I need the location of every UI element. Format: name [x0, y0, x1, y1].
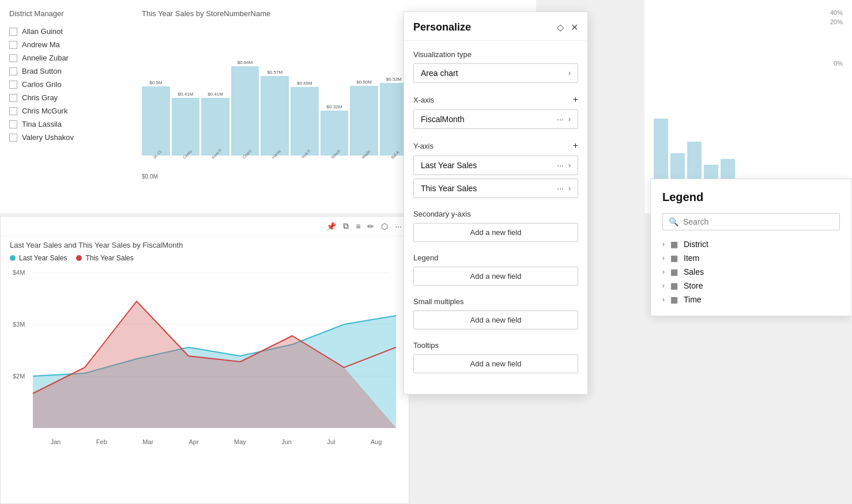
district-checkbox[interactable] [9, 41, 17, 49]
bar-column: $0.64M Charri [231, 60, 259, 161]
district-checkbox[interactable] [9, 54, 17, 62]
x-axis-label-item: Jul [327, 438, 335, 445]
close-icon[interactable]: ✕ [571, 22, 578, 33]
legend-search-box[interactable]: 🔍 [662, 213, 840, 230]
search-input[interactable] [683, 217, 834, 226]
expand-icon[interactable]: ⬡ [381, 222, 388, 231]
district-item-label: Carlos Grilo [22, 80, 62, 89]
tooltips-add-field-btn[interactable]: Add a new field [413, 354, 578, 373]
personalize-body: Visualization type Area chart › X-axis +… [404, 41, 587, 394]
district-item-label: Tina Lassila [22, 120, 62, 128]
tooltips-placeholder: Add a new field [470, 359, 522, 368]
reset-icon[interactable]: ◇ [557, 22, 564, 33]
viz-type-button[interactable]: Area chart › [413, 63, 578, 83]
legend-last-year: Last Year Sales [10, 254, 67, 262]
personalize-title: Personalize [413, 21, 471, 33]
area-chart-title: Last Year Sales and This Year Sales by F… [1, 236, 409, 252]
y-axis-section: Y-axis + Last Year Sales ··· › This Year… [413, 141, 578, 198]
district-checkbox[interactable] [9, 28, 17, 36]
copy-icon[interactable]: ⧉ [343, 221, 349, 231]
x-axis-field-button[interactable]: FiscalMonth ··· › [413, 109, 578, 129]
district-item-label: Annelie Zubar [22, 54, 69, 62]
district-checkbox[interactable] [9, 81, 17, 89]
bar-rect [201, 98, 229, 156]
table-icon: ▦ [670, 281, 678, 290]
last-year-label: Last Year Sales [19, 254, 67, 262]
personalize-panel: Personalize ◇ ✕ Visualization type Area … [404, 12, 588, 395]
district-checkbox[interactable] [9, 107, 17, 115]
y-axis-last-year-icons: ··· › [557, 161, 571, 170]
svg-text:$4M: $4M [13, 269, 25, 276]
x-axis-label-item: Mar [142, 438, 153, 445]
legend-section-label: Legend [413, 253, 578, 262]
legend-item-chevron: › [662, 240, 665, 248]
bar-label-top: $0.32M [327, 104, 342, 109]
bar-rect [291, 87, 319, 156]
bar-rect [142, 86, 170, 156]
secondary-y-section: Secondary y-axis Add a new field [413, 210, 578, 242]
district-checkbox[interactable] [9, 67, 17, 75]
bar-label-top: $0.50M [356, 79, 372, 85]
bar-rect [350, 86, 378, 156]
district-checkbox[interactable] [9, 94, 17, 102]
bar-rect [231, 66, 259, 156]
x-axis-label-item: Feb [96, 438, 107, 445]
bar-rect [261, 76, 289, 156]
bar-rect [172, 98, 200, 156]
x-axis-add-btn[interactable]: + [573, 94, 578, 105]
y-axis-field-last-year[interactable]: Last Year Sales ··· › [413, 156, 578, 175]
legend-this-year: This Year Sales [76, 254, 133, 262]
bar-column: $0.57M Harris [261, 70, 289, 161]
more-icon[interactable]: ··· [395, 222, 402, 231]
district-item-label: Allan Guinot [22, 27, 63, 36]
small-multiples-add-field-btn[interactable]: Add a new field [413, 310, 578, 329]
viz-type-chevron: › [568, 69, 571, 77]
calculator-icon: ▦ [670, 267, 678, 276]
area-chart-toolbar: 📌 ⧉ ≡ ✏ ⬡ ··· [1, 217, 409, 236]
legend-add-field-btn[interactable]: Add a new field [413, 267, 578, 286]
x-axis-label-item: Aug [371, 438, 382, 445]
edit-icon[interactable]: ✏ [367, 222, 374, 231]
bar-label-top: $0.41M [178, 92, 194, 97]
bar-label-top: $0.5M [149, 80, 162, 85]
table-icon: ▦ [670, 295, 678, 304]
district-item-label: Andrew Ma [22, 40, 60, 49]
legend-item-chevron: › [662, 254, 665, 262]
bar-label-top: $0.49M [297, 81, 312, 86]
bar-label-top: $0.57M [267, 70, 282, 75]
y-axis-last-year-chevron: › [568, 161, 571, 169]
this-year-dot [76, 255, 82, 261]
legend-item-chevron: › [662, 268, 665, 276]
x-axis-label-item: May [234, 438, 246, 445]
y-axis-last-year-value: Last Year Sales [421, 161, 477, 170]
district-item-label: Brad Sutton [22, 67, 62, 75]
bar-label-top: $0.64M [237, 60, 253, 65]
pin-icon[interactable]: 📌 [326, 222, 336, 231]
x-axis-section: X-axis + FiscalMonth ··· › [413, 94, 578, 129]
x-axis-label-item: Apr [189, 438, 198, 445]
y-axis-this-year-more: ··· [557, 184, 564, 193]
legend-list-item[interactable]: › ▦ Sales [662, 267, 840, 276]
legend-list-item[interactable]: › ▦ Time [662, 295, 840, 304]
last-year-dot [10, 255, 16, 261]
y-axis-add-btn[interactable]: + [573, 141, 578, 151]
district-checkbox[interactable] [9, 134, 17, 142]
bar-column: $0.32M Winch [321, 104, 349, 161]
area-chart-panel: 📌 ⧉ ≡ ✏ ⬡ ··· Last Year Sales and This Y… [0, 216, 409, 504]
y-axis-field-this-year[interactable]: This Year Sales ··· › [413, 179, 578, 198]
district-checkbox[interactable] [9, 120, 17, 128]
small-multiples-placeholder: Add a new field [470, 316, 522, 324]
personalize-header-icons: ◇ ✕ [557, 22, 578, 33]
legend-list-item[interactable]: › ▦ Item [662, 253, 840, 263]
x-axis-labels: JanFebMarAprMayJunJulAug [10, 436, 399, 445]
legend-list-item[interactable]: › ▦ District [662, 240, 840, 249]
y-axis-this-year-value: This Year Sales [421, 184, 477, 193]
legend-list-item[interactable]: › ▦ Store [662, 281, 840, 290]
filter-icon[interactable]: ≡ [356, 222, 360, 231]
secondary-y-add-field-btn[interactable]: Add a new field [413, 223, 578, 242]
area-chart-graphic: $4M $3M $2M [10, 267, 396, 434]
legend-panel-title: Legend [662, 191, 840, 204]
y-axis-last-year-more: ··· [557, 161, 564, 170]
small-multiples-label: Small multiples [413, 297, 578, 306]
viz-type-value: Area chart [421, 69, 458, 78]
